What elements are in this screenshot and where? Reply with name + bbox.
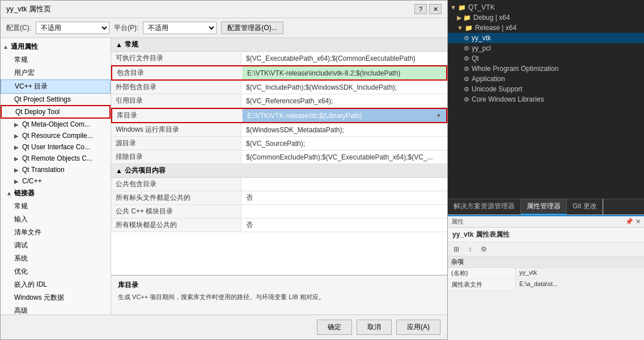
prop-value[interactable]: $(VC_SourcePath); bbox=[242, 137, 447, 150]
tree-item-whole-program[interactable]: ⚙ Whole Program Optimization bbox=[448, 64, 644, 74]
prop-value[interactable]: E:\VTK\VTK-release\lib;$(LibraryPath) ▼ bbox=[243, 109, 446, 122]
sidebar-item-user-macros[interactable]: 用户宏 bbox=[1, 66, 111, 79]
prop-name: 库目录 bbox=[112, 109, 243, 122]
prop-value[interactable]: $(VC_ExecutablePath_x64);$(CommonExecuta… bbox=[242, 52, 447, 65]
tab-git-changes[interactable]: Git 更改 bbox=[567, 199, 603, 215]
sidebar-item-linker-advanced[interactable]: 高级 bbox=[1, 304, 111, 314]
main-content: ▲ 常规 可执行文件目录 $(VC_ExecutablePath_x64);$(… bbox=[111, 38, 447, 314]
sidebar-item-linker-debug[interactable]: 调试 bbox=[1, 239, 111, 252]
prop-value[interactable]: $(WindowsSDK_MetadataPath); bbox=[242, 123, 447, 136]
sidebar-item-linker-system[interactable]: 系统 bbox=[1, 252, 111, 265]
sidebar-label: 常规 bbox=[14, 55, 28, 65]
sidebar-label: 链接器 bbox=[14, 188, 35, 198]
sidebar-item-linker-input[interactable]: 输入 bbox=[1, 213, 111, 226]
platform-select[interactable]: 不适用 bbox=[143, 22, 217, 34]
sidebar-label: C/C++ bbox=[22, 177, 42, 185]
apply-button[interactable]: 应用(A) bbox=[396, 320, 440, 335]
prop-row-name-value[interactable]: yy_vtk bbox=[516, 268, 644, 279]
tree-item-application[interactable]: ⚙ Application bbox=[448, 74, 644, 84]
close-button[interactable]: ✕ bbox=[429, 4, 442, 14]
config-manager-button[interactable]: 配置管理器(O)... bbox=[221, 22, 283, 34]
sidebar-label: Qt Meta-Object Com... bbox=[22, 120, 90, 128]
tree-item-yy-pcl[interactable]: ⚙ yy_pcl bbox=[448, 43, 644, 53]
right-panel: ▼ 📁 QT_VTK ▶ 📁 Debug | x64 ▼ 📁 Release |… bbox=[448, 0, 644, 340]
tab-solution-explorer[interactable]: 解决方案资源管理器 bbox=[448, 199, 521, 215]
expand-icon: ▶ bbox=[14, 167, 20, 173]
tree-item-qt-vtk[interactable]: ▼ 📁 QT_VTK bbox=[448, 2, 644, 12]
properties-panel: 属性 📌 ✕ yy_vtk 属性表属性 ⊞ ↕ ⚙ 杂项 (名称) yy_vtk… bbox=[448, 215, 644, 340]
prop-value[interactable]: $(CommonExcludePath);$(VC_ExecutablePath… bbox=[242, 150, 447, 163]
gear-icon: ⚙ bbox=[464, 45, 469, 52]
sidebar-label: 高级 bbox=[14, 306, 28, 314]
tree-item-yy-vtk[interactable]: ⚙ yy_vtk bbox=[448, 33, 644, 43]
tree-item-release[interactable]: ▼ 📁 Release | x64 bbox=[448, 23, 644, 33]
sidebar-item-linker-manifest[interactable]: 清单文件 bbox=[1, 226, 111, 239]
sidebar-item-linker[interactable]: ▲ 链接器 bbox=[1, 187, 111, 200]
desc-title: 库目录 bbox=[118, 280, 440, 290]
sidebar-item-general-props[interactable]: ▲ 通用属性 bbox=[1, 40, 111, 53]
sidebar-item-normal[interactable]: 常规 bbox=[1, 53, 111, 66]
sidebar-label: 常规 bbox=[14, 202, 28, 211]
sidebar-item-qt-translation[interactable]: ▶ Qt Translation bbox=[1, 164, 111, 175]
prop-value[interactable]: 否 bbox=[242, 219, 447, 232]
prop-row-public-cpp-module: 公共 C++ 模块目录 bbox=[111, 205, 447, 219]
close-props-icon[interactable]: ✕ bbox=[635, 218, 641, 225]
prop-value[interactable]: E:\VTK\VTK-release\include\vtk-8.2;$(Inc… bbox=[243, 66, 446, 79]
description-panel: 库目录 生成 VC++ 项目期间，搜索库文件时使用的路径。与环境变量 LIB 相… bbox=[111, 275, 447, 314]
prop-value[interactable]: 否 bbox=[242, 191, 447, 204]
sidebar-item-vcpp-dirs[interactable]: VC++ 目录 bbox=[1, 79, 111, 94]
tree-label: Core Windows Libraries bbox=[472, 95, 544, 103]
sidebar-label: Qt Resource Compile... bbox=[22, 132, 93, 140]
sidebar-item-linker-winmeta[interactable]: Windows 元数据 bbox=[1, 291, 111, 304]
prop-value[interactable] bbox=[242, 178, 447, 191]
prop-row-all-public: 所有标头文件都是公共的 否 bbox=[111, 191, 447, 205]
sidebar-label: 输入 bbox=[14, 215, 28, 224]
sidebar-item-qt-meta[interactable]: ▶ Qt Meta-Object Com... bbox=[1, 119, 111, 130]
sidebar-item-qt-remote[interactable]: ▶ Qt Remote Objects C... bbox=[1, 153, 111, 164]
props-gear-btn[interactable]: ⚙ bbox=[477, 244, 490, 255]
tree-item-unicode[interactable]: ⚙ Unicode Support bbox=[448, 84, 644, 94]
tree-item-debug[interactable]: ▶ 📁 Debug | x64 bbox=[448, 12, 644, 23]
config-label: 配置(C): bbox=[6, 23, 31, 33]
dialog-titlebar: yy_vtk 属性页 ? ✕ bbox=[1, 1, 447, 18]
prop-row-name-label: (名称) bbox=[448, 268, 516, 279]
section-expand-icon: ▲ bbox=[116, 167, 122, 175]
prop-value[interactable]: $(VC_ReferencesPath_x64); bbox=[242, 94, 447, 107]
dialog-body: ▲ 通用属性 常规 用户宏 VC++ 目录 Qt Project Setting… bbox=[1, 38, 447, 314]
tree-label: Debug | x64 bbox=[473, 14, 510, 22]
prop-row-executable: 可执行文件目录 $(VC_ExecutablePath_x64);$(Commo… bbox=[111, 52, 447, 65]
props-sort-btn[interactable]: ↕ bbox=[464, 244, 476, 255]
ok-button[interactable]: 确定 bbox=[317, 320, 352, 335]
cancel-button[interactable]: 取消 bbox=[357, 320, 392, 335]
gear-icon: ⚙ bbox=[464, 65, 469, 73]
prop-name: 源目录 bbox=[111, 137, 242, 150]
sidebar-item-qt-project[interactable]: Qt Project Settings bbox=[1, 94, 111, 105]
tree-item-core-windows[interactable]: ⚙ Core Windows Libraries bbox=[448, 94, 644, 104]
sidebar-item-qt-deploy[interactable]: Qt Deploy Tool bbox=[1, 105, 111, 119]
sidebar-label: Qt Translation bbox=[22, 166, 65, 174]
sidebar-item-qt-resource[interactable]: ▶ Qt Resource Compile... bbox=[1, 130, 111, 141]
prop-row-file-label: 属性表文件 bbox=[448, 279, 516, 290]
sidebar-item-linker-optimize[interactable]: 优化 bbox=[1, 265, 111, 278]
config-select[interactable]: 不适用 bbox=[36, 22, 109, 34]
sidebar-item-linker-normal[interactable]: 常规 bbox=[1, 200, 111, 213]
gear-icon: ⚙ bbox=[464, 55, 469, 62]
prop-row-file-value[interactable]: E:\a_data\st... bbox=[516, 279, 644, 290]
sidebar-item-qt-ui[interactable]: ▶ Qt User Interface Co... bbox=[1, 141, 111, 153]
tree-label: Unicode Support bbox=[472, 85, 522, 93]
prop-value[interactable]: $(VC_IncludePath);$(WindowsSDK_IncludePa… bbox=[242, 81, 447, 94]
section-title: 公共项目内容 bbox=[125, 166, 166, 175]
props-grid-btn[interactable]: ⊞ bbox=[450, 244, 463, 255]
expand-icon: ▶ bbox=[14, 133, 20, 139]
sidebar-label: Windows 元数据 bbox=[14, 293, 64, 303]
sidebar-item-linker-idl[interactable]: 嵌入的 IDL bbox=[1, 278, 111, 291]
pin-icon[interactable]: 📌 bbox=[625, 218, 633, 225]
prop-value[interactable] bbox=[242, 205, 447, 218]
prop-name: 可执行文件目录 bbox=[111, 52, 242, 65]
sidebar-item-cpp[interactable]: ▶ C/C++ bbox=[1, 175, 111, 187]
tab-property-manager[interactable]: 属性管理器 bbox=[521, 199, 567, 215]
expand-icon: ▶ bbox=[14, 178, 20, 184]
help-button[interactable]: ? bbox=[414, 4, 427, 14]
tree-item-qt[interactable]: ⚙ Qt bbox=[448, 53, 644, 64]
sidebar-label: Qt Project Settings bbox=[14, 95, 71, 103]
